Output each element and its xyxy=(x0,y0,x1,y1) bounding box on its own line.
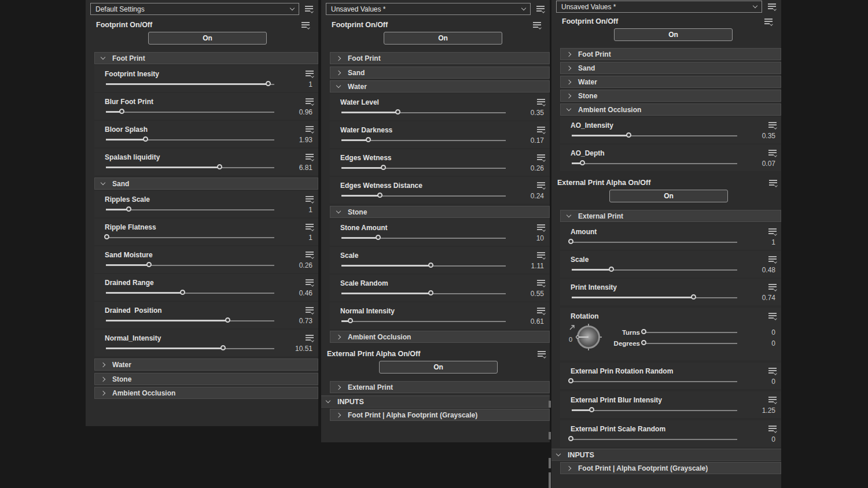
param-menu-icon[interactable] xyxy=(768,396,777,404)
param-menu-icon[interactable] xyxy=(768,149,777,157)
param-slider[interactable] xyxy=(106,234,274,242)
slider-handle[interactable] xyxy=(220,345,226,350)
param-menu-icon[interactable] xyxy=(768,121,777,129)
param-menu-icon[interactable] xyxy=(537,98,546,106)
section-header-water[interactable]: Water xyxy=(94,358,318,371)
slider-handle[interactable] xyxy=(225,317,230,323)
slider-handle[interactable] xyxy=(146,262,152,267)
slider-handle[interactable] xyxy=(119,109,124,114)
param-menu-icon[interactable] xyxy=(537,307,546,315)
slider-handle[interactable] xyxy=(180,290,185,295)
input-item-header[interactable]: Foot Print | Alpha Footprint (Grayscale) xyxy=(330,409,550,421)
param-menu-icon[interactable] xyxy=(768,256,777,263)
param-menu-icon[interactable] xyxy=(537,252,546,259)
section-header-sand[interactable]: Sand xyxy=(94,178,318,190)
inputs-header[interactable]: INPUTS xyxy=(321,395,550,408)
param-menu-icon[interactable] xyxy=(306,306,314,314)
param-menu-icon[interactable] xyxy=(306,195,314,203)
slider-handle[interactable] xyxy=(428,290,433,295)
param-slider[interactable] xyxy=(572,294,737,302)
param-menu-icon[interactable] xyxy=(306,223,314,231)
footprint-on-button[interactable]: On xyxy=(614,28,733,41)
param-slider[interactable] xyxy=(572,435,737,443)
alpha-on-button[interactable]: On xyxy=(609,190,728,202)
rotation-dial[interactable] xyxy=(577,326,600,349)
param-slider[interactable] xyxy=(341,109,506,117)
param-menu-icon[interactable] xyxy=(537,279,546,287)
param-slider[interactable] xyxy=(572,266,737,274)
param-slider[interactable] xyxy=(106,289,274,297)
slider-handle[interactable] xyxy=(126,206,131,212)
section-header-external-print[interactable]: External Print xyxy=(330,381,550,393)
param-slider[interactable] xyxy=(106,164,274,172)
slider-handle[interactable] xyxy=(609,267,614,272)
section-header-ambient-occlusion[interactable]: Ambient Occlusion xyxy=(94,387,318,399)
param-slider[interactable] xyxy=(341,192,506,200)
param-menu-icon[interactable] xyxy=(301,21,310,29)
param-menu-icon[interactable] xyxy=(306,70,314,77)
param-menu-icon[interactable] xyxy=(533,21,542,29)
param-slider[interactable] xyxy=(106,108,274,116)
slider-handle[interactable] xyxy=(143,136,148,142)
param-menu-icon[interactable] xyxy=(537,182,546,189)
section-header-foot-print[interactable]: Foot Print xyxy=(94,52,318,64)
footprint-on-button[interactable]: On xyxy=(148,32,267,45)
section-header-stone[interactable]: Stone xyxy=(94,373,318,385)
dial-handle[interactable] xyxy=(576,335,579,339)
param-menu-icon[interactable] xyxy=(768,312,777,320)
param-menu-icon[interactable] xyxy=(306,251,314,258)
param-menu-icon[interactable] xyxy=(769,179,778,187)
slider-handle[interactable] xyxy=(568,378,573,383)
param-slider[interactable] xyxy=(572,132,737,140)
section-header-sand[interactable]: Sand xyxy=(330,66,550,79)
preset-dropdown[interactable]: Default Settings xyxy=(90,3,299,15)
param-menu-icon[interactable] xyxy=(537,154,546,161)
alpha-on-button[interactable]: On xyxy=(379,361,498,374)
section-header-foot-print[interactable]: Foot Print xyxy=(330,52,550,64)
param-menu-icon[interactable] xyxy=(764,18,773,25)
slider-handle[interactable] xyxy=(377,193,382,198)
slider-handle[interactable] xyxy=(691,294,696,300)
slider-handle[interactable] xyxy=(589,407,594,412)
param-slider[interactable] xyxy=(341,164,506,172)
section-header-external-print[interactable]: External Print xyxy=(560,210,781,222)
param-menu-icon[interactable] xyxy=(306,153,314,161)
slider-handle[interactable] xyxy=(366,137,371,142)
param-slider[interactable] xyxy=(341,290,506,298)
section-header-foot-print[interactable]: Foot Print xyxy=(560,48,781,60)
input-item-header[interactable]: Foot Print | Alpha Footprint (Grayscale) xyxy=(560,462,781,474)
slider-handle[interactable] xyxy=(568,436,573,441)
preset-dropdown[interactable]: Unsaved Values * xyxy=(326,3,531,15)
section-header-ambient-occlusion[interactable]: Ambient Occlusion xyxy=(330,331,550,343)
slider-handle[interactable] xyxy=(428,263,433,268)
param-slider[interactable] xyxy=(106,317,274,325)
preset-menu-icon[interactable] xyxy=(768,3,777,10)
param-slider[interactable] xyxy=(572,406,737,415)
param-menu-icon[interactable] xyxy=(306,279,314,286)
section-header-water[interactable]: Water xyxy=(560,76,781,88)
slider-handle[interactable] xyxy=(348,318,353,323)
section-header-sand[interactable]: Sand xyxy=(560,62,781,74)
param-slider[interactable] xyxy=(341,136,506,145)
param-menu-icon[interactable] xyxy=(306,334,314,342)
param-slider[interactable] xyxy=(106,345,274,353)
param-slider[interactable] xyxy=(341,234,506,242)
param-slider[interactable] xyxy=(106,80,274,88)
param-menu-icon[interactable] xyxy=(768,228,777,235)
param-slider[interactable] xyxy=(572,238,737,246)
param-menu-icon[interactable] xyxy=(537,126,546,134)
param-menu-icon[interactable] xyxy=(768,367,777,375)
slider-handle[interactable] xyxy=(217,164,222,169)
scrollbar-segment[interactable] xyxy=(549,401,551,408)
section-header-stone[interactable]: Stone xyxy=(330,206,550,218)
footprint-on-button[interactable]: On xyxy=(384,32,502,45)
slider-handle[interactable] xyxy=(395,109,400,114)
section-header-ambient-occlusion[interactable]: Ambient Occlusion xyxy=(560,103,781,116)
param-menu-icon[interactable] xyxy=(537,224,546,231)
section-header-stone[interactable]: Stone xyxy=(560,90,781,102)
slider-handle[interactable] xyxy=(381,165,386,170)
slider-handle[interactable] xyxy=(376,235,381,240)
preset-dropdown[interactable]: Unsaved Values * xyxy=(556,1,762,13)
param-slider[interactable] xyxy=(341,262,506,270)
slider-handle[interactable] xyxy=(580,160,585,165)
